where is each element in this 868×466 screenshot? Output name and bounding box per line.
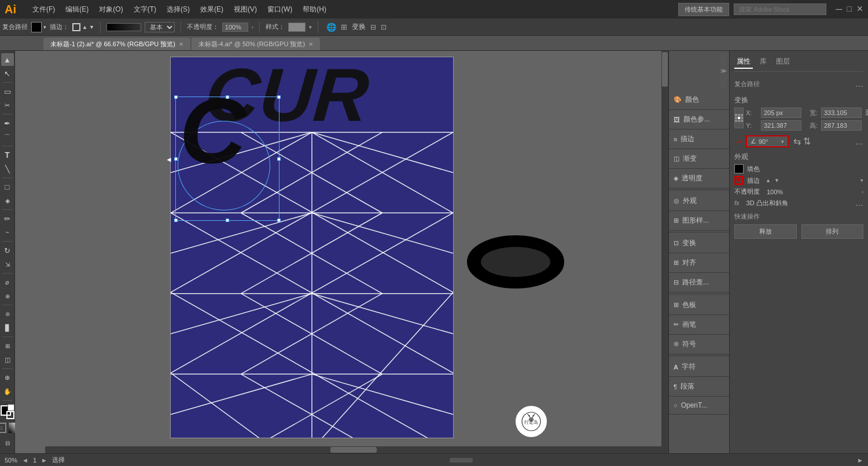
fill-dropdown-icon[interactable]: ▾ xyxy=(43,24,46,30)
x-input[interactable] xyxy=(761,108,801,118)
pathfinder-header[interactable]: ⊟ 路径查... xyxy=(674,275,724,290)
line-tool[interactable]: ╲ xyxy=(1,162,14,175)
direct-select-tool[interactable]: ↖ xyxy=(1,67,14,80)
rect-tool[interactable]: □ xyxy=(1,180,14,193)
angle-input[interactable] xyxy=(759,138,779,145)
canvas-area[interactable]: .grid-line { stroke: #fff; stroke-width:… xyxy=(15,51,668,466)
scale-tool[interactable]: ⇲ xyxy=(1,258,14,271)
stroke-spinner-up-props[interactable]: ▲ xyxy=(766,177,771,183)
transform-reference-grid[interactable] xyxy=(734,108,744,128)
menu-effect[interactable]: 效果(E) xyxy=(196,2,228,17)
select-tool[interactable]: ▲ xyxy=(1,53,14,66)
prev-page-btn[interactable]: ◄ xyxy=(22,457,28,464)
char-header[interactable]: A 字符 xyxy=(674,360,724,374)
normal-mode-icon[interactable]: □ xyxy=(0,423,6,433)
stroke-header[interactable]: ≡ 描边 xyxy=(674,132,724,146)
zoom-tool[interactable]: ⊕ xyxy=(1,371,14,384)
opacity-input[interactable] xyxy=(222,23,248,32)
tab-1-close[interactable]: ✕ xyxy=(179,41,183,47)
opacity-expand-props[interactable]: › xyxy=(862,189,863,195)
appearance-header[interactable]: ◎ 外观 xyxy=(674,194,724,208)
next-page-btn[interactable]: ► xyxy=(41,457,47,464)
menu-window[interactable]: 窗口(W) xyxy=(263,2,297,17)
swatches-header[interactable]: ⊞ 色板 xyxy=(674,298,724,312)
h-scroll-indicator[interactable] xyxy=(450,458,473,463)
align-icon[interactable]: ⊡ xyxy=(381,23,387,31)
maximize-icon[interactable]: □ xyxy=(847,4,852,14)
fx-more-icon[interactable]: … xyxy=(855,198,863,208)
stroke-dropdown-props[interactable]: ▾ xyxy=(860,177,863,183)
symbol-header[interactable]: ❊ 符号 xyxy=(674,337,724,352)
menu-file[interactable]: 文件(F) xyxy=(28,2,60,17)
free-transform[interactable]: ⊕ xyxy=(1,290,14,302)
color-guide-header[interactable]: 🖼 颜色参... xyxy=(674,112,724,127)
stroke-spinner-up[interactable]: ▲ xyxy=(82,24,87,30)
menu-view[interactable]: 视图(V) xyxy=(229,2,262,17)
stroke-box[interactable] xyxy=(72,23,80,31)
color-panel-header[interactable]: 🎨 颜色 xyxy=(674,93,724,107)
column-graph[interactable]: ▊ xyxy=(1,321,14,334)
opentype-header[interactable]: ○ OpenT... xyxy=(674,399,724,412)
globe-icon[interactable]: 🌐 xyxy=(326,23,336,32)
menu-object[interactable]: 对象(O) xyxy=(94,2,127,17)
para-header[interactable]: ¶ 段落 xyxy=(674,379,724,394)
angle-dropdown-icon[interactable]: ▾ xyxy=(781,139,784,145)
bottom-right-nav[interactable]: ► xyxy=(857,457,863,464)
style-dropdown-icon[interactable]: ▾ xyxy=(309,24,312,30)
pen-tool[interactable]: ✒ xyxy=(1,117,14,130)
stroke-swatch-props[interactable] xyxy=(734,176,744,185)
h-scroll-thumb[interactable] xyxy=(330,447,377,453)
rotate-tool[interactable]: ↻ xyxy=(1,244,14,257)
menu-help[interactable]: 帮助(H) xyxy=(298,2,331,17)
release-button[interactable]: 释放 xyxy=(734,224,797,239)
props-tab-layers[interactable]: 图层 xyxy=(774,56,792,69)
transform-icon[interactable]: 变换 xyxy=(352,22,366,32)
props-tab-properties[interactable]: 属性 xyxy=(734,56,753,69)
menu-text[interactable]: 文字(T) xyxy=(129,2,161,17)
collapse-handle[interactable]: ≫ xyxy=(720,53,727,88)
search-input[interactable] xyxy=(734,3,826,15)
fill-stroke-indicator[interactable] xyxy=(1,405,14,419)
h-input[interactable] xyxy=(821,120,862,131)
tab-2-close[interactable]: ✕ xyxy=(308,41,313,47)
mesh-tool[interactable]: ⊞ xyxy=(1,339,14,352)
smooth-tool[interactable]: ~ xyxy=(1,226,14,239)
menu-edit[interactable]: 编辑(E) xyxy=(61,2,93,17)
w-input[interactable] xyxy=(821,108,862,118)
fill-swatch-props[interactable] xyxy=(734,164,744,173)
props-more-icon[interactable]: … xyxy=(855,79,863,88)
stroke-controls[interactable]: ▲ ▼ xyxy=(72,23,94,31)
flip-v-icon[interactable]: ⇅ xyxy=(803,136,811,147)
hand-tool[interactable]: ✋ xyxy=(1,385,14,398)
angle-input-highlight[interactable]: ∠ ▾ xyxy=(746,135,789,147)
vertical-scrollbar[interactable] xyxy=(661,51,668,466)
curvature-tool[interactable]: ⌒ xyxy=(1,131,14,143)
warp-tool[interactable]: ⌀ xyxy=(1,276,14,289)
link-proportions-icon[interactable]: ⛓ xyxy=(865,109,868,117)
symbol-sprayer[interactable]: ❊ xyxy=(1,308,14,320)
stroke-type-dropdown[interactable]: 基本 xyxy=(145,22,175,32)
text-tool[interactable]: T xyxy=(1,149,14,161)
artboards-icon[interactable]: ⊟ xyxy=(1,437,14,449)
transform-icon2[interactable]: ⊟ xyxy=(370,23,376,31)
fill-bucket[interactable]: ◈ xyxy=(1,194,14,207)
workspace-button[interactable]: 传统基本功能 xyxy=(678,3,729,16)
artboard-tool[interactable]: ▭ xyxy=(1,85,14,98)
tab-2[interactable]: 未标题-4.ai* @ 50% (RGB/GPU 预览) ✕ xyxy=(192,38,320,50)
fill-color-box[interactable] xyxy=(31,22,42,32)
fill-swatch[interactable]: ▾ xyxy=(31,22,46,32)
brush-header[interactable]: ✏ 画笔 xyxy=(674,317,724,332)
props-tab-library[interactable]: 库 xyxy=(757,56,769,69)
more-transform-icon[interactable]: … xyxy=(855,137,863,146)
slice-tool[interactable]: ✂ xyxy=(1,99,14,112)
transparency-header[interactable]: ◈ 透明度 xyxy=(674,171,724,186)
minimize-icon[interactable]: ─ xyxy=(836,4,842,14)
transform-header[interactable]: ⊡ 变换 xyxy=(674,236,724,250)
gradient-header[interactable]: ◫ 渐变 xyxy=(674,151,724,166)
grid-icon[interactable]: ⊞ xyxy=(341,23,347,31)
opacity-expand-icon[interactable]: › xyxy=(252,24,253,30)
y-input[interactable] xyxy=(761,120,801,131)
graphic-style-header[interactable]: ⊞ 图形样... xyxy=(674,213,724,228)
tab-1[interactable]: 未标题-1 (2).ai* @ 66.67% (RGB/GPU 预览) ✕ xyxy=(43,38,190,50)
horizontal-scrollbar[interactable] xyxy=(45,446,661,453)
